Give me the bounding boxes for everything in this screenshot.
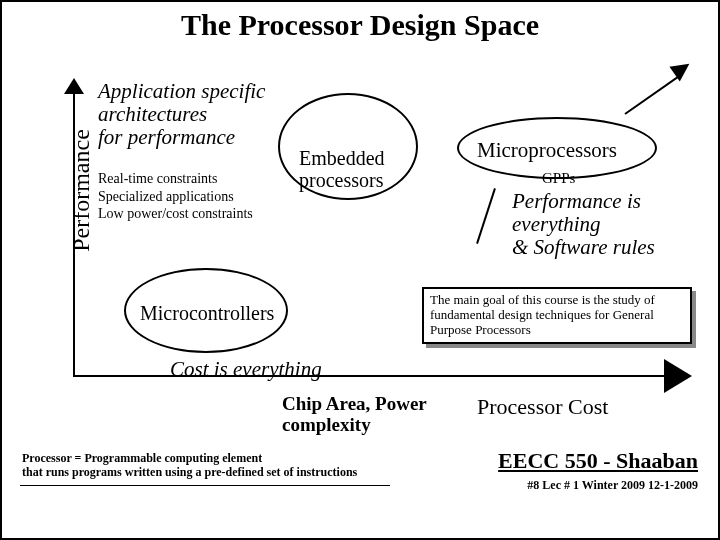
- embedded-label: Embedded processors: [299, 147, 385, 191]
- course-id: EECC 550 - Shaaban: [498, 448, 698, 474]
- x-axis-line: [73, 375, 673, 377]
- constraints-text: Real-time constraints Specialized applic…: [98, 170, 253, 223]
- y-axis-label: Performance: [68, 129, 95, 252]
- gpps-label: GPPs: [542, 170, 575, 187]
- course-goal-box: The main goal of this course is the stud…: [422, 287, 692, 344]
- cost-everything-text: Cost is everything: [170, 357, 322, 382]
- x-axis-arrow-icon: [664, 359, 692, 393]
- x-axis-label-cost: Processor Cost: [477, 394, 608, 420]
- diagram-area: Performance Chip Area, Power complexity …: [2, 62, 718, 538]
- slash-icon: [476, 188, 496, 244]
- x-axis-label-chip-area: Chip Area, Power complexity: [282, 394, 427, 436]
- application-specific-text: Application specific architectures for p…: [98, 80, 265, 149]
- divider-line: [20, 485, 390, 486]
- microcontrollers-label: Microcontrollers: [140, 302, 274, 325]
- upper-right-arrow-line: [624, 73, 682, 115]
- slide-title: The Processor Design Space: [2, 8, 718, 42]
- microprocessors-label: Microprocessors: [477, 138, 617, 163]
- y-axis-arrow-icon: [64, 78, 84, 94]
- processor-definition: Processor = Programmable computing eleme…: [22, 452, 357, 480]
- lecture-info: #8 Lec # 1 Winter 2009 12-1-2009: [527, 478, 698, 493]
- performance-everything-text: Performance is everything & Software rul…: [512, 190, 655, 259]
